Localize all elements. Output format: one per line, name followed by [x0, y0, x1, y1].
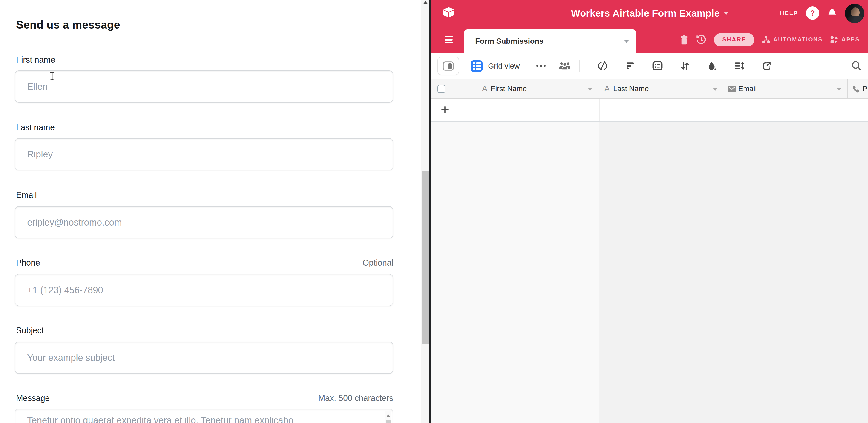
sidebar-toggle-button[interactable] [437, 57, 459, 75]
table-tabbar: Form Submissions SHARE [431, 26, 868, 53]
table-name: Form Submissions [475, 37, 544, 46]
sort-icon [680, 61, 689, 71]
bell-icon[interactable] [827, 8, 837, 18]
window-divider [429, 0, 431, 423]
grid-empty-left [431, 122, 599, 423]
color-icon [707, 61, 717, 71]
email-input[interactable] [15, 206, 393, 238]
plus-icon [440, 105, 450, 115]
column-header-last-name[interactable]: A Last Name [599, 79, 724, 98]
airtable-window: Workers Airtable Form Example HELP ? For… [431, 0, 868, 423]
chevron-down-icon [624, 40, 629, 42]
phone-optional-hint: Optional [363, 258, 393, 268]
group-icon [652, 61, 663, 70]
grid-view-icon[interactable] [471, 60, 483, 71]
text-cursor-icon [50, 72, 55, 81]
airtable-topbar: Workers Airtable Form Example HELP ? [431, 0, 868, 26]
phone-label: Phone [16, 258, 40, 268]
column-divider [599, 98, 600, 121]
search-icon[interactable] [851, 60, 862, 71]
question-icon[interactable]: ? [806, 6, 819, 20]
history-icon[interactable] [696, 34, 707, 45]
page-scrollbar-thumb[interactable] [422, 171, 429, 344]
automations-button[interactable]: AUTOMATIONS [762, 35, 823, 44]
message-placeholder: Tenetur optio quaerat expedita vera et i… [27, 415, 381, 423]
text-field-icon: A [482, 84, 487, 93]
hide-fields-icon [597, 61, 608, 71]
message-max-hint: Max. 500 characters [318, 394, 393, 403]
view-name[interactable]: Grid view [488, 61, 520, 70]
form-heading: Send us a message [16, 19, 120, 31]
ellipsis-icon[interactable] [536, 65, 546, 67]
sort-button[interactable] [680, 61, 689, 71]
chevron-down-icon [588, 88, 592, 90]
column-label: Email [738, 85, 757, 93]
select-all-checkbox[interactable] [437, 85, 445, 92]
grid-empty-area [431, 122, 868, 423]
message-scrollbar[interactable] [384, 411, 392, 423]
trash-icon[interactable] [680, 35, 689, 44]
text-field-icon: A [604, 84, 610, 93]
phone-icon [851, 85, 859, 92]
row-height-icon [734, 61, 745, 70]
share-view-button[interactable] [762, 61, 771, 70]
column-header-phone[interactable]: P [848, 79, 868, 98]
first-name-input[interactable] [15, 70, 393, 103]
filter-icon [626, 61, 635, 70]
email-label: Email [16, 190, 37, 200]
subject-input[interactable] [15, 341, 393, 374]
base-title: Workers Airtable Form Example [571, 8, 720, 19]
subject-label: Subject [16, 326, 44, 336]
contact-form-pane: Send us a message First name Last name E… [0, 0, 421, 423]
chevron-down-icon [724, 12, 728, 14]
phone-input[interactable] [15, 274, 393, 306]
scrollbar-up-arrow-icon[interactable] [423, 1, 428, 4]
last-name-label: Last name [16, 123, 55, 132]
automations-icon [762, 35, 771, 44]
message-textarea[interactable]: Tenetur optio quaerat expedita vera et i… [15, 409, 393, 423]
sidebar-toggle-icon [442, 61, 454, 71]
message-label: Message [16, 394, 50, 403]
message-scrollbar-thumb[interactable] [386, 420, 391, 423]
menu-icon[interactable] [445, 36, 453, 43]
tab-form-submissions[interactable]: Form Submissions [464, 29, 636, 53]
chevron-down-icon [713, 88, 718, 90]
screen: Send us a message First name Last name E… [0, 0, 868, 423]
row-height-button[interactable] [734, 61, 745, 70]
chevron-down-icon [837, 88, 841, 90]
grid-header-row: A First Name A Last Name Email [431, 79, 868, 98]
column-label: P [863, 85, 867, 93]
avatar[interactable] [845, 3, 864, 23]
scroll-up-arrow-icon[interactable] [386, 414, 390, 417]
apps-button[interactable]: APPS [830, 35, 860, 44]
hide-fields-button[interactable] [597, 61, 608, 71]
add-row[interactable] [431, 98, 868, 122]
help-button[interactable]: HELP [780, 10, 798, 17]
color-button[interactable] [707, 61, 717, 71]
column-header-first-name[interactable]: A First Name [431, 79, 599, 98]
share-view-icon [762, 61, 771, 70]
collaborators-icon[interactable] [559, 61, 571, 70]
toolbar-divider [579, 60, 580, 72]
share-button[interactable]: SHARE [714, 33, 754, 46]
envelope-icon [728, 85, 736, 92]
column-label: Last Name [613, 85, 649, 93]
column-header-email[interactable]: Email [724, 79, 848, 98]
group-button[interactable] [652, 61, 663, 70]
filter-button[interactable] [626, 61, 635, 70]
last-name-input[interactable] [15, 138, 393, 170]
view-toolbar: Grid view [431, 53, 868, 79]
column-label: First Name [491, 85, 527, 93]
apps-icon [830, 35, 839, 44]
first-name-label: First name [16, 55, 55, 65]
page-scrollbar[interactable] [421, 0, 429, 423]
